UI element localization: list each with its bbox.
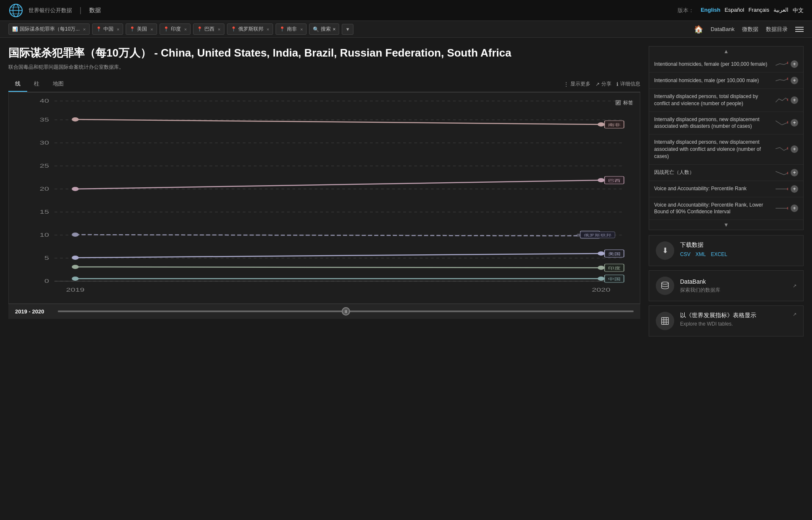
close-indicator-tab[interactable]: × — [83, 27, 85, 32]
svg-text:15: 15 — [40, 209, 49, 215]
svg-point-78 — [787, 188, 788, 190]
show-more-btn[interactable]: ⋮ 显示更多 — [564, 80, 590, 88]
svg-text:20: 20 — [40, 186, 49, 191]
list-item[interactable]: Internally displaced persons, total disp… — [649, 89, 803, 112]
tab-bar-right-nav: 🏠 DataBank 微数据 数据目录 — [694, 25, 804, 34]
nav-microdata[interactable]: 微数据 — [742, 26, 758, 33]
svg-point-37 — [72, 233, 79, 237]
add-indicator-btn[interactable]: + — [791, 60, 798, 68]
timeline-bar: 2019 - 2020 — [8, 304, 640, 319]
wdi-external-link-icon: ↗ — [793, 312, 797, 317]
details-label: 详细信息 — [620, 80, 640, 88]
close-india-tab[interactable]: × — [184, 27, 187, 32]
nav-left: 世界银行公开数据 | 数据 — [8, 3, 101, 18]
tab-line[interactable]: 线 — [8, 77, 27, 92]
tab-southafrica[interactable]: 📍 南非 × — [276, 23, 307, 35]
list-item[interactable]: Internally displaced persons, new displa… — [649, 112, 803, 135]
scroll-up-btn[interactable]: ▲ — [649, 47, 803, 56]
csv-download-link[interactable]: CSV — [680, 251, 691, 257]
databank-title[interactable]: DataBank — [680, 278, 785, 285]
timeline-handle[interactable] — [342, 307, 350, 316]
svg-point-28 — [598, 122, 605, 127]
close-brazil-tab[interactable]: × — [218, 27, 220, 32]
tab-bar-chart[interactable]: 柱 — [27, 77, 46, 92]
pin-icon-china: 📍 — [96, 26, 102, 32]
wdi-title[interactable]: 以《世界发展指标》表格显示 — [680, 312, 785, 319]
sparkline-icon — [776, 169, 788, 176]
info-icon: ℹ — [616, 81, 619, 87]
lang-espanol[interactable]: Español — [724, 7, 744, 14]
version-label: 版本： — [678, 7, 694, 14]
tab-russia[interactable]: 📍 俄罗斯联邦 × — [227, 23, 273, 35]
close-southafrica-tab[interactable]: × — [300, 27, 303, 32]
lang-english[interactable]: English — [701, 7, 720, 14]
list-item[interactable]: Intentional homicides, male (per 100,000… — [649, 72, 803, 89]
tab-usa-label: 美国 — [137, 26, 147, 33]
add-indicator-btn[interactable]: + — [791, 96, 798, 104]
lang-arabic[interactable]: العربية — [773, 7, 789, 14]
tab-china[interactable]: 📍 中国 × — [92, 23, 123, 35]
top-navigation: 世界银行公开数据 | 数据 版本： English Español França… — [0, 0, 812, 21]
sparkline-icon — [776, 77, 788, 84]
sparkline-icon — [776, 204, 788, 212]
add-indicator-btn[interactable]: + — [791, 185, 798, 193]
list-item[interactable]: Voice and Accountability: Percentile Ran… — [649, 197, 803, 220]
close-russia-tab[interactable]: × — [267, 27, 269, 32]
scroll-down-btn[interactable]: ▼ — [649, 220, 803, 230]
svg-point-81 — [787, 207, 788, 210]
nav-divider: | — [80, 6, 82, 15]
tab-southafrica-label: 南非 — [287, 26, 297, 33]
nav-right: 版本： English Español Français العربية 中文 — [678, 7, 804, 14]
close-china-tab[interactable]: × — [117, 27, 119, 32]
add-indicator-btn[interactable]: + — [791, 119, 798, 127]
svg-point-53 — [72, 277, 79, 281]
wdi-section: 以《世界发展指标》表格显示 Explore the WDI tables. ↗ — [649, 305, 804, 336]
svg-line-59 — [776, 64, 780, 65]
indicator-icon: 📊 — [12, 26, 18, 32]
list-item-text: Intentional homicides, female (per 100,0… — [654, 61, 772, 68]
legend-label: 标签 — [623, 99, 633, 106]
svg-text:10: 10 — [40, 232, 49, 238]
lang-chinese[interactable]: 中文 — [793, 7, 804, 14]
timeline-track[interactable] — [58, 310, 634, 312]
home-button[interactable]: 🏠 — [694, 25, 703, 34]
tab-dropdown-btn[interactable]: ▾ — [342, 24, 353, 35]
tab-usa[interactable]: 📍 美国 × — [126, 23, 157, 35]
add-indicator-btn[interactable]: + — [791, 77, 798, 84]
share-btn[interactable]: ↗ 分享 — [595, 80, 611, 88]
list-item[interactable]: 因战死亡（人数） + — [649, 165, 803, 181]
tab-russia-label: 俄罗斯联邦 — [238, 26, 263, 33]
list-item[interactable]: Intentional homicides, female (per 100,0… — [649, 56, 803, 72]
right-panel: ▲ Intentional homicides, female (per 100… — [649, 46, 804, 336]
tab-map[interactable]: 地图 — [46, 77, 70, 92]
list-item[interactable]: Internally displaced persons, new displa… — [649, 135, 803, 164]
svg-line-26 — [75, 119, 601, 124]
details-btn[interactable]: ℹ 详细信息 — [616, 80, 640, 88]
tab-brazil[interactable]: 📍 巴西 × — [193, 23, 224, 35]
add-indicator-btn[interactable]: + — [791, 169, 798, 176]
lang-francais[interactable]: Français — [748, 7, 769, 14]
add-indicator-btn[interactable]: + — [791, 204, 798, 212]
list-item-text: 因战死亡（人数） — [654, 169, 772, 176]
excel-download-link[interactable]: EXCEL — [711, 251, 727, 257]
svg-point-27 — [72, 117, 79, 122]
xml-download-link[interactable]: XML — [696, 251, 706, 257]
hamburger-menu[interactable] — [795, 27, 804, 32]
svg-point-33 — [598, 178, 605, 182]
chart-action-buttons: ⋮ 显示更多 ↗ 分享 ℹ 详细信息 — [564, 80, 640, 88]
add-indicator-btn[interactable]: + — [791, 145, 798, 153]
svg-point-44 — [598, 251, 605, 256]
list-item[interactable]: Voice and Accountability: Percentile Ran… — [649, 181, 803, 197]
tab-china-label: 中国 — [103, 26, 113, 33]
nav-data-label: 数据 — [89, 7, 101, 14]
nav-databank[interactable]: DataBank — [711, 26, 735, 32]
svg-point-70 — [787, 121, 788, 124]
nav-datacatalog[interactable]: 数据目录 — [766, 26, 788, 33]
tab-india[interactable]: 📍 印度 × — [160, 23, 191, 35]
close-usa-tab[interactable]: × — [150, 27, 153, 32]
tab-indicator[interactable]: 📊 国际谋杀犯罪率（每10万... × — [8, 23, 90, 35]
close-search-tab[interactable]: × — [333, 26, 335, 32]
legend-checkbox[interactable] — [616, 100, 621, 105]
download-title: 下载数据 — [680, 241, 797, 249]
tab-search[interactable]: 🔍 搜索 × — [309, 23, 339, 35]
